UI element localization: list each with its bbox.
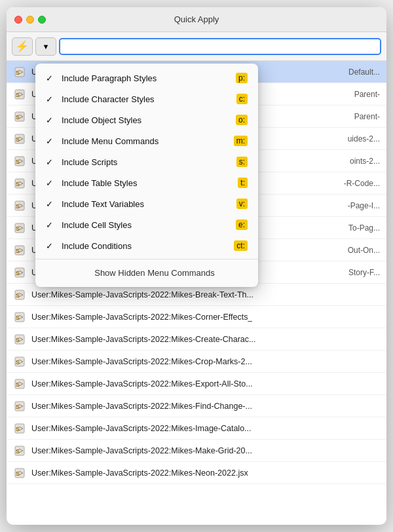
item-suffix: -R-Code... xyxy=(344,179,380,188)
dropdown-item-label: Include Text Variables xyxy=(62,199,231,209)
dropdown-item-label: Include Paragraph Styles xyxy=(62,73,231,83)
item-suffix: Story-F... xyxy=(348,268,380,277)
shortcut-badge: p: xyxy=(236,73,248,83)
checkmark-icon: ✓ xyxy=(46,241,56,251)
dropdown-item[interactable]: ✓Include Scripts s: xyxy=(35,151,258,172)
script-icon: S xyxy=(13,333,26,346)
script-icon: S xyxy=(13,466,26,480)
dropdown-item-label: Include Object Styles xyxy=(62,115,231,125)
item-suffix: -Page-I... xyxy=(348,201,380,210)
shortcut-badge: s: xyxy=(236,157,248,167)
lightning-button[interactable]: ⚡ xyxy=(12,37,33,56)
script-icon: S xyxy=(13,422,26,435)
checkmark-icon: ✓ xyxy=(46,178,56,188)
dropdown-item[interactable]: ✓Include Table Styles t: xyxy=(35,172,258,193)
maximize-button[interactable] xyxy=(38,16,46,24)
quick-apply-window: Quick Apply ⚡ ▼ S User:Default... S User… xyxy=(7,7,386,525)
minimize-button[interactable] xyxy=(26,16,34,24)
item-text: User:Mikes-Sample-JavaScripts-2022:Mikes… xyxy=(31,313,252,322)
script-icon: S xyxy=(13,288,26,301)
toolbar: ⚡ ▼ xyxy=(7,32,386,61)
shortcut-badge: o: xyxy=(236,115,248,125)
shortcut-badge: c: xyxy=(236,94,248,104)
list-area: S User:Default... S User:Parent- S User:… xyxy=(7,61,386,525)
item-suffix: uides-2... xyxy=(348,134,380,143)
search-input[interactable] xyxy=(59,38,381,55)
item-text: User:Mikes-Sample-JavaScripts-2022:Mikes… xyxy=(31,379,253,389)
filter-dropdown[interactable]: ✓Include Paragraph Styles p:✓Include Cha… xyxy=(35,64,258,287)
item-suffix: oints-2... xyxy=(350,157,380,166)
script-icon: S xyxy=(13,244,26,257)
dropdown-item[interactable]: ✓Include Cell Styles e: xyxy=(35,214,258,235)
checkmark-icon: ✓ xyxy=(46,157,56,167)
script-icon: S xyxy=(13,177,26,190)
item-text: User:Mikes-Sample-JavaScripts-2022:Mikes… xyxy=(31,446,252,455)
checkmark-icon: ✓ xyxy=(46,220,56,230)
list-item[interactable]: S User:Mikes-Sample-JavaScripts-2022:Mik… xyxy=(7,328,386,351)
item-suffix: Default... xyxy=(348,67,380,77)
checkmark-icon: ✓ xyxy=(46,73,56,83)
dropdown-item[interactable]: ✓Include Character Styles c: xyxy=(35,88,258,109)
item-text: User:Mikes-Sample-JavaScripts-2022:Mikes… xyxy=(31,357,252,366)
shortcut-badge: v: xyxy=(236,199,248,209)
item-suffix: Parent- xyxy=(354,112,380,121)
script-icon: S xyxy=(13,155,26,168)
list-item[interactable]: S User:Mikes-Sample-JavaScripts-2022:Mik… xyxy=(7,284,386,306)
window-title: Quick Apply xyxy=(174,14,219,24)
script-icon: S xyxy=(13,266,26,279)
shortcut-badge: t: xyxy=(238,178,248,188)
list-item[interactable]: S User:Mikes-Sample-JavaScripts-2022:Mik… xyxy=(7,417,386,440)
checkmark-icon: ✓ xyxy=(46,94,56,104)
script-icon: S xyxy=(13,444,26,457)
list-item[interactable]: S User:Mikes-Sample-JavaScripts-2022:Mik… xyxy=(7,306,386,328)
checkmark-icon: ✓ xyxy=(46,136,56,146)
item-text: User:Mikes-Sample-JavaScripts-2022:Mikes… xyxy=(31,468,248,478)
dropdown-items: ✓Include Paragraph Styles p:✓Include Cha… xyxy=(35,67,258,256)
dropdown-item-label: Include Menu Commands xyxy=(62,136,229,146)
dropdown-divider xyxy=(35,259,258,259)
script-icon: S xyxy=(13,377,26,390)
lightning-icon: ⚡ xyxy=(16,40,29,52)
dropdown-item-label: Include Character Styles xyxy=(62,94,231,104)
dropdown-item-label: Include Scripts xyxy=(62,157,231,167)
list-item[interactable]: S User:Mikes-Sample-JavaScripts-2022:Mik… xyxy=(7,462,386,484)
item-text: User:Mikes-Sample-JavaScripts-2022:Mikes… xyxy=(31,424,252,433)
chevron-down-icon: ▼ xyxy=(43,43,50,50)
list-item[interactable]: S User:Mikes-Sample-JavaScripts-2022:Mik… xyxy=(7,373,386,395)
title-bar: Quick Apply xyxy=(7,7,386,32)
script-icon: S xyxy=(13,355,26,368)
list-item[interactable]: S User:Mikes-Sample-JavaScripts-2022:Mik… xyxy=(7,351,386,373)
dropdown-item[interactable]: ✓Include Object Styles o: xyxy=(35,109,258,130)
list-item[interactable]: S User:Mikes-Sample-JavaScripts-2022:Mik… xyxy=(7,440,386,462)
script-icon: S xyxy=(13,110,26,123)
item-suffix: Out-On... xyxy=(348,246,380,255)
dropdown-item[interactable]: ✓Include Conditions ct: xyxy=(35,235,258,256)
script-icon: S xyxy=(13,66,26,79)
script-icon: S xyxy=(13,132,26,145)
item-suffix: To-Pag... xyxy=(348,223,380,233)
script-icon: S xyxy=(13,400,26,413)
script-icon: S xyxy=(13,199,26,212)
script-icon: S xyxy=(13,311,26,324)
item-text: User:Mikes-Sample-JavaScripts-2022:Mikes… xyxy=(31,290,253,299)
dropdown-toggle-button[interactable]: ▼ xyxy=(35,37,56,56)
script-icon: S xyxy=(13,88,26,101)
list-item[interactable]: S User:Mikes-Sample-JavaScripts-2022:Mik… xyxy=(7,395,386,417)
traffic-lights xyxy=(14,16,46,24)
dropdown-item-label: Include Table Styles xyxy=(62,178,233,188)
item-suffix: Parent- xyxy=(354,90,380,99)
dropdown-item[interactable]: ✓Include Menu Commands m: xyxy=(35,130,258,151)
show-hidden-label: Show Hidden Menu Commands xyxy=(94,268,215,278)
dropdown-item[interactable]: ✓Include Paragraph Styles p: xyxy=(35,67,258,88)
checkmark-icon: ✓ xyxy=(46,115,56,125)
close-button[interactable] xyxy=(14,16,22,24)
dropdown-item-label: Include Conditions xyxy=(62,241,229,251)
shortcut-badge: ct: xyxy=(234,240,248,251)
show-hidden-commands[interactable]: Show Hidden Menu Commands xyxy=(35,262,258,283)
shortcut-badge: m: xyxy=(234,136,248,146)
script-icon: S xyxy=(13,221,26,235)
dropdown-item[interactable]: ✓Include Text Variables v: xyxy=(35,193,258,214)
item-text: User:Mikes-Sample-JavaScripts-2022:Mikes… xyxy=(31,335,255,344)
checkmark-icon: ✓ xyxy=(46,199,56,209)
shortcut-badge: e: xyxy=(236,219,248,230)
